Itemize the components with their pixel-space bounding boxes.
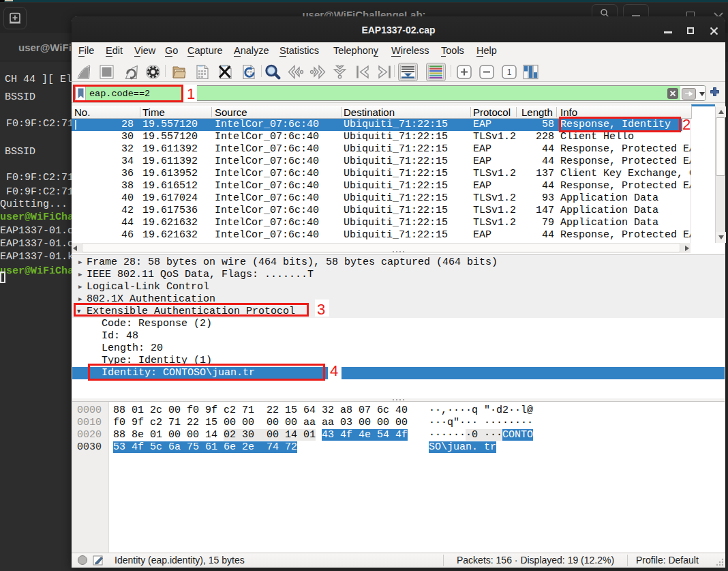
svg-text:1: 1: [507, 68, 512, 77]
